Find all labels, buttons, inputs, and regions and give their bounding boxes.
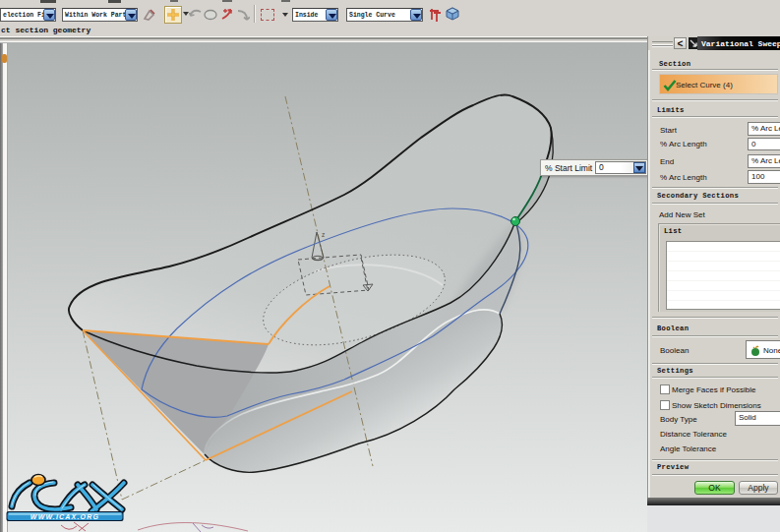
svg-text:WWW.ICAX.ORG: WWW.ICAX.ORG	[30, 513, 99, 520]
svg-text:z: z	[322, 231, 325, 238]
